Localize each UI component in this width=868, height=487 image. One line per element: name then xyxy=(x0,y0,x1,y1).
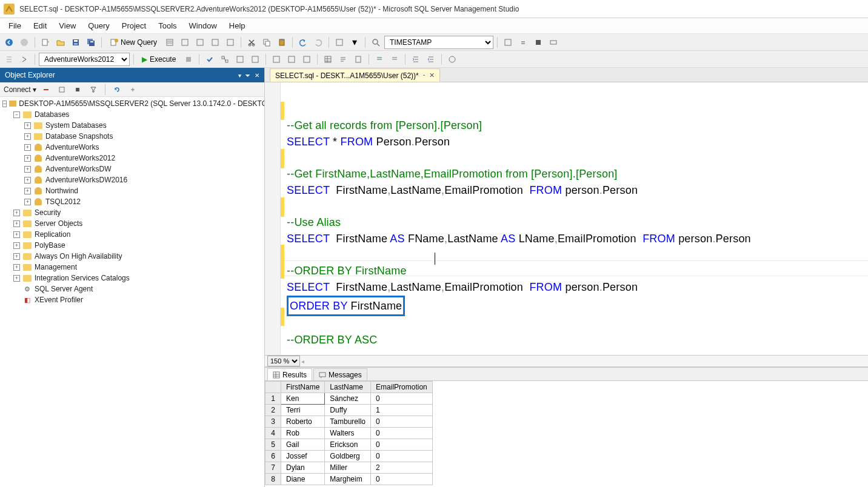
results-file-icon[interactable] xyxy=(352,53,365,66)
menu-query[interactable]: Query xyxy=(82,19,115,32)
grid-cell[interactable]: Sánchez xyxy=(325,393,371,405)
grid-rownum[interactable]: 6 xyxy=(265,451,281,462)
cut-icon[interactable] xyxy=(245,36,258,49)
tb2-icon-1[interactable] xyxy=(2,53,16,66)
tree-sysdb[interactable]: + System Databases xyxy=(0,120,264,131)
nav-back-icon[interactable] xyxy=(2,36,16,49)
refresh-icon[interactable] xyxy=(111,84,123,96)
expand-icon[interactable]: + xyxy=(24,155,31,162)
stop-icon[interactable] xyxy=(72,84,84,96)
tb-icon-7[interactable] xyxy=(501,36,515,49)
disconnect-icon[interactable] xyxy=(40,84,52,96)
menu-window[interactable]: Window xyxy=(183,19,223,32)
connect-button[interactable]: Connect ▾ xyxy=(4,85,36,94)
menu-help[interactable]: Help xyxy=(223,19,252,32)
save-all-icon[interactable] xyxy=(84,36,98,49)
expand-icon[interactable]: + xyxy=(13,210,20,216)
new-project-icon[interactable] xyxy=(39,36,52,49)
tb2-icon-end[interactable] xyxy=(446,53,459,66)
tb2-icon-3[interactable] xyxy=(233,53,247,66)
menu-tools[interactable]: Tools xyxy=(152,19,182,32)
grid-cell[interactable]: Erickson xyxy=(325,439,371,451)
expand-icon[interactable]: + xyxy=(24,122,31,129)
collapse-icon[interactable]: − xyxy=(2,101,7,107)
tree-server[interactable]: − DESKTOP-A1M5655\MSSQLSERVER2 (SQL Serv… xyxy=(0,98,264,109)
tree-db-item[interactable]: +AdventureWorks xyxy=(0,142,264,153)
results-grid[interactable]: FirstNameLastNameEmailPromotion1KenSánch… xyxy=(265,381,433,485)
new-query-button[interactable]: New Query xyxy=(105,36,161,49)
tab-results[interactable]: Results xyxy=(267,368,312,380)
uncomment-icon[interactable] xyxy=(388,53,401,66)
menu-edit[interactable]: Edit xyxy=(27,19,53,32)
grid-header[interactable]: FirstName xyxy=(281,382,325,393)
grid-header[interactable]: LastName xyxy=(325,382,371,393)
grid-header[interactable] xyxy=(265,382,281,393)
paste-icon[interactable] xyxy=(275,36,289,49)
scroll-left-icon[interactable]: ◂ xyxy=(301,358,304,365)
menu-file[interactable]: File xyxy=(2,19,27,32)
display-plan-icon[interactable] xyxy=(218,53,232,66)
results-grid-icon[interactable] xyxy=(321,53,335,66)
grid-cell[interactable]: Rob xyxy=(281,428,325,439)
indent-inc-icon[interactable] xyxy=(424,53,438,66)
grid-cell[interactable]: Ken xyxy=(281,393,325,405)
sql-editor[interactable]: −--Get all records from [Person].[Person… xyxy=(265,82,868,355)
grid-cell[interactable]: Margheim xyxy=(325,474,371,485)
parse-icon[interactable] xyxy=(203,53,216,66)
expand-icon[interactable]: + xyxy=(13,253,20,260)
tab-messages[interactable]: Messages xyxy=(313,368,367,380)
grid-row[interactable]: 7DylanMiller2 xyxy=(265,462,433,474)
tree-node[interactable]: +PolyBase xyxy=(0,240,264,251)
grid-cell[interactable]: Miller xyxy=(325,462,371,474)
tb-icon-2[interactable] xyxy=(178,36,192,49)
expand-icon[interactable]: + xyxy=(24,144,31,151)
grid-rownum[interactable]: 3 xyxy=(265,416,281,428)
tb-icon-6[interactable] xyxy=(333,36,346,49)
code-view[interactable]: −--Get all records from [Person].[Person… xyxy=(284,82,868,355)
pin-icon[interactable]: ⏷ xyxy=(245,72,251,79)
tree-databases[interactable]: − Databases xyxy=(0,109,264,120)
grid-cell[interactable]: 0 xyxy=(371,439,433,451)
grid-cell[interactable]: Goldberg xyxy=(325,451,371,462)
copy-icon[interactable] xyxy=(260,36,273,49)
grid-cell[interactable]: 0 xyxy=(371,428,433,439)
close-tab-icon[interactable]: ✕ xyxy=(429,71,435,79)
tree-db-item[interactable]: +AdventureWorksDW2016 xyxy=(0,174,264,185)
tb2-icon-2[interactable] xyxy=(18,53,31,66)
expand-icon[interactable]: + xyxy=(24,133,31,140)
grid-header[interactable]: EmailPromotion xyxy=(371,382,433,393)
grid-row[interactable]: 1KenSánchez0 xyxy=(265,393,433,405)
expand-icon[interactable]: + xyxy=(24,188,31,194)
tree-node[interactable]: +XEvent Profiler xyxy=(0,294,264,305)
tb-icon-3[interactable] xyxy=(193,36,207,49)
tb-icon-9[interactable] xyxy=(532,36,545,49)
redo-icon[interactable] xyxy=(312,36,325,49)
grid-row[interactable]: 8DianeMargheim0 xyxy=(265,474,433,485)
grid-cell[interactable]: Duffy xyxy=(325,405,371,416)
grid-cell[interactable]: Roberto xyxy=(281,416,325,428)
close-panel-icon[interactable]: ✕ xyxy=(255,72,259,79)
nav-fwd-icon[interactable] xyxy=(18,36,31,49)
tree-node[interactable]: +Management xyxy=(0,262,264,273)
tree-db-item[interactable]: +Northwind xyxy=(0,185,264,196)
tree-node[interactable]: +Integration Services Catalogs xyxy=(0,273,264,283)
grid-rownum[interactable]: 7 xyxy=(265,462,281,474)
database-select[interactable]: AdventureWorks2012 xyxy=(39,53,130,66)
tb-dropdown-icon[interactable]: ▾ xyxy=(348,36,361,49)
grid-cell[interactable]: Diane xyxy=(281,474,325,485)
grid-cell[interactable]: 0 xyxy=(371,416,433,428)
menu-view[interactable]: View xyxy=(53,19,82,32)
open-file-icon[interactable] xyxy=(54,36,67,49)
tb2-icon-7[interactable] xyxy=(300,53,313,66)
grid-cell[interactable]: 2 xyxy=(371,462,433,474)
grid-rownum[interactable]: 4 xyxy=(265,428,281,439)
expand-icon[interactable]: + xyxy=(13,231,20,238)
grid-row[interactable]: 2TerriDuffy1 xyxy=(265,405,433,416)
grid-cell[interactable]: 0 xyxy=(371,474,433,485)
dropdown-icon[interactable]: ▾ xyxy=(238,72,241,79)
save-icon[interactable] xyxy=(69,36,82,49)
grid-cell[interactable]: 0 xyxy=(371,451,433,462)
grid-rownum[interactable]: 8 xyxy=(265,474,281,485)
cancel-exec-icon[interactable] xyxy=(182,53,195,66)
grid-cell[interactable]: Terri xyxy=(281,405,325,416)
